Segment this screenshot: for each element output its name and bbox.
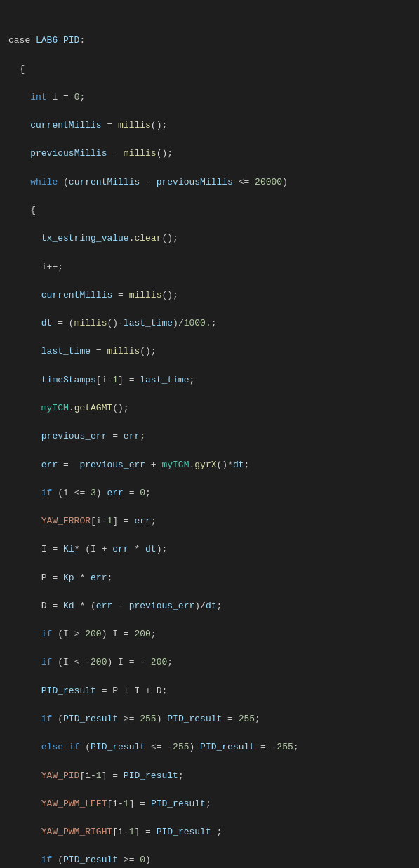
line-25: if (PID_result >= 255) PID_result = 255; (0, 712, 419, 726)
line-22: if (I > 200) I = 200; (0, 627, 419, 641)
line-13: timeStamps[i-1] = last_time; (0, 373, 419, 387)
line-16: err = previous_err + myICM.gyrX()*dt; (0, 458, 419, 472)
line-18: YAW_ERROR[i-1] = err; (0, 514, 419, 528)
line-5: previousMillis = millis(); (0, 147, 419, 161)
line-26: else if (PID_result <= -255) PID_result … (0, 740, 419, 754)
line-19: I = Ki* (I + err * dt); (0, 542, 419, 556)
line-15: previous_err = err; (0, 429, 419, 443)
line-3: int i = 0; (0, 91, 419, 105)
line-29: YAW_PWM_RIGHT[i-1] = PID_result ; (0, 825, 419, 839)
line-10: currentMillis = millis(); (0, 288, 419, 302)
line-20: P = Kp * err; (0, 571, 419, 585)
line-17: if (i <= 3) err = 0; (0, 486, 419, 500)
line-6: while (currentMillis - previousMillis <=… (0, 175, 419, 189)
code-editor: case LAB6_PID: { int i = 0; currentMilli… (0, 0, 419, 868)
line-30: if (PID_result >= 0) (0, 853, 419, 867)
line-14: myICM.getAGMT(); (0, 401, 419, 415)
line-28: YAW_PWM_LEFT[i-1] = PID_result; (0, 797, 419, 811)
line-11: dt = (millis()-last_time)/1000.; (0, 316, 419, 330)
line-1: case LAB6_PID: (0, 34, 419, 48)
line-4: currentMillis = millis(); (0, 119, 419, 133)
line-27: YAW_PID[i-1] = PID_result; (0, 769, 419, 783)
line-9: i++; (0, 260, 419, 274)
line-8: tx_estring_value.clear(); (0, 232, 419, 246)
line-21: D = Kd * (err - previous_err)/dt; (0, 599, 419, 613)
line-2: { (0, 62, 419, 76)
line-23: if (I < -200) I = - 200; (0, 655, 419, 669)
line-7: { (0, 203, 419, 218)
line-24: PID_result = P + I + D; (0, 684, 419, 698)
line-12: last_time = millis(); (0, 345, 419, 359)
